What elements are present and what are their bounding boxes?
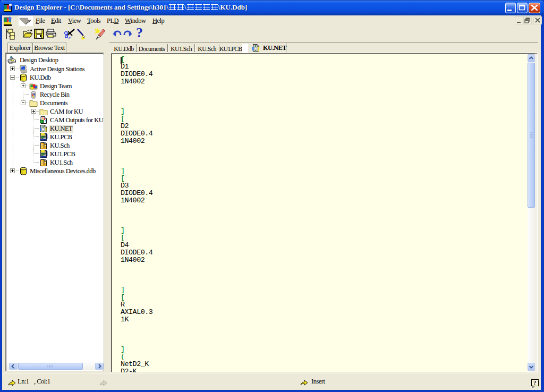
svg-text:?: ? [533,379,536,386]
